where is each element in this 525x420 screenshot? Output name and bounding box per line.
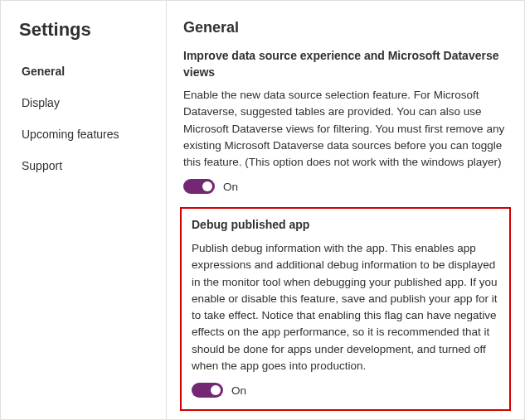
section-heading: Improve data source experience and Micro… [183,48,508,80]
content-area: General Improve data source experience a… [167,1,524,419]
sidebar-item-label: Upcoming features [22,128,119,141]
toggle-improve-data-source[interactable] [183,179,215,194]
section-improve-data-source: Improve data source experience and Micro… [183,48,508,194]
sidebar-item-label: General [22,65,65,78]
sidebar-item-label: Support [22,159,62,172]
toggle-wrapper: On [183,179,508,194]
toggle-label: On [231,384,246,397]
toggle-thumb-icon [211,385,221,395]
toggle-thumb-icon [202,181,212,191]
settings-panel: Settings General Display Upcoming featur… [0,0,525,420]
section-heading: Debug published app [192,217,499,234]
section-desc: Publish debug information with the app. … [192,240,499,374]
toggle-label: On [223,181,238,193]
section-desc: Enable the new data source selection fea… [183,87,508,171]
sidebar-item-label: Display [22,96,60,109]
sidebar-title: Settings [1,19,166,56]
sidebar-item-display[interactable]: Display [1,87,166,118]
sidebar-item-upcoming-features[interactable]: Upcoming features [1,118,166,150]
section-debug-published-app: Debug published app Publish debug inform… [180,207,511,411]
sidebar-item-general[interactable]: General [1,56,166,87]
sidebar-item-support[interactable]: Support [1,150,166,181]
sidebar: Settings General Display Upcoming featur… [1,1,167,419]
toggle-wrapper: On [192,383,499,398]
toggle-debug-published-app[interactable] [192,383,223,398]
page-title: General [183,19,508,36]
